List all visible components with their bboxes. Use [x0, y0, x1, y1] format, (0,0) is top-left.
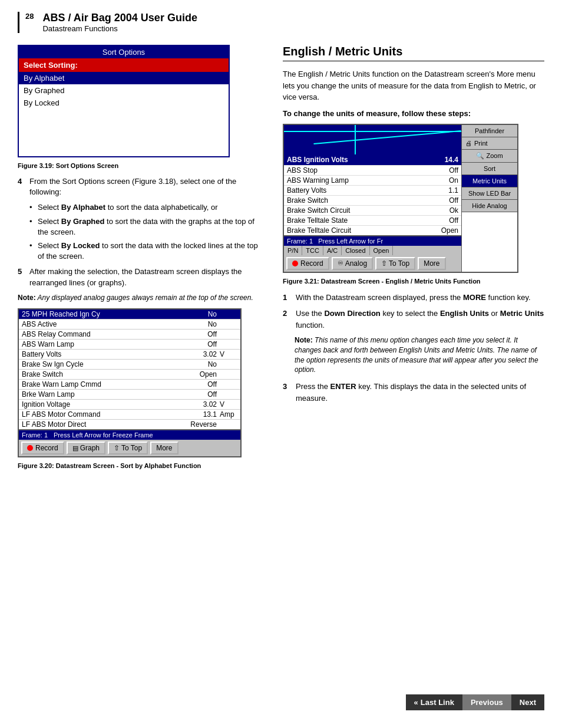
ds-321-footer: Frame: 1 Press Left Arrow for Fr: [284, 236, 461, 246]
bullet-list: • Select By Alphabet to sort the data al…: [29, 202, 265, 262]
step-right-1: 1 With the Datastream screen displayed, …: [283, 292, 544, 304]
next-label: Next: [520, 698, 536, 707]
ds-321-row-highlight: ABS Ignition Volts 14.4: [284, 154, 461, 166]
table-row: Brake Telltale StateOff: [284, 216, 461, 226]
table-row: Battery Volts 3.02 V: [19, 350, 240, 360]
step-right-3-num: 3: [283, 381, 291, 404]
step-right-2: 2 Use the Down Direction key to select t…: [283, 308, 544, 331]
print-button[interactable]: 🖨 Print: [462, 137, 517, 150]
step-4: 4 From the Sort Options screen (Figure 3…: [18, 176, 265, 197]
sort-option-graphed[interactable]: By Graphed: [19, 84, 229, 97]
section-heading: English / Metric Units: [283, 45, 544, 61]
print-icon: 🖨: [465, 140, 472, 147]
sort-options-title: Sort Options: [19, 46, 229, 58]
table-row: Brake Switch CircuitOk: [284, 206, 461, 216]
next-button[interactable]: Next: [511, 694, 544, 710]
table-row: Brake Telltale CircuitOpen: [284, 226, 461, 236]
sort-button[interactable]: Sort: [462, 163, 517, 175]
ds-321-main: ABS Ignition Volts 14.4 ABS StopOff ABS …: [284, 125, 461, 272]
previous-label: Previous: [471, 698, 503, 707]
to-top-label-321: To Top: [389, 259, 409, 268]
table-row: Brake SwitchOff: [284, 196, 461, 206]
ds-320-btn-bar: Record ▤ Graph ⇧ To Top More: [19, 440, 240, 456]
more-button[interactable]: More: [150, 442, 178, 454]
more-button-321[interactable]: More: [418, 257, 445, 270]
figure-321-caption: Figure 3.21: Datastream Screen - English…: [283, 278, 544, 285]
to-top-button[interactable]: ⇧ To Top: [108, 442, 148, 454]
last-link-button[interactable]: Last Link: [406, 694, 462, 710]
intro-text: The English / Metric Units function on t…: [283, 68, 544, 103]
step-5: 5 After making the selection, the Datast…: [18, 266, 265, 288]
step-right-1-text: With the Datastream screen displayed, pr…: [296, 292, 531, 304]
datastream-320: 25 MPH Reached Ign Cy No ABS Active No A…: [18, 308, 242, 457]
pathfinder-button[interactable]: Pathfinder: [462, 125, 517, 137]
note-1: Note: Any displayed analog gauges always…: [18, 293, 265, 303]
print-label: Print: [474, 140, 488, 147]
bullet-3: • Select By Locked to sort the data with…: [29, 241, 265, 262]
figure-320-caption: Figure 3.20: Datastream Screen - Sort by…: [18, 462, 265, 469]
tab-tcc[interactable]: TCC: [302, 246, 323, 255]
bullet-dot-3: •: [29, 241, 34, 262]
to-top-label: To Top: [121, 444, 142, 452]
graph-label: Graph: [80, 444, 100, 452]
ds-321-ign-name: ABS Ignition Volts: [287, 156, 348, 164]
ds-320-footer: Frame: 1 Press Left Arrow for Freeze Fra…: [19, 430, 240, 440]
analog-label: Analog: [345, 259, 367, 268]
step-right-3: 3 Press the ENTER key. This displays the…: [283, 381, 544, 404]
sort-option-locked[interactable]: By Locked: [19, 97, 229, 109]
table-row: Brake Switch Open: [19, 370, 240, 380]
tab-open[interactable]: Open: [370, 246, 394, 255]
tab-pn[interactable]: P/N: [284, 246, 302, 255]
sort-options-box: Sort Options Select Sorting: By Alphabet…: [18, 45, 230, 157]
step-right-1-num: 1: [283, 292, 291, 304]
bullet-dot-2: •: [29, 216, 34, 238]
sub-title: Datastream Functions: [42, 24, 197, 33]
page-header: 28 ABS / Air Bag 2004 User Guide Datastr…: [18, 12, 544, 33]
up-icon-321: ⇧: [381, 259, 387, 268]
step-4-num: 4: [18, 176, 25, 197]
tab-closed[interactable]: Closed: [342, 246, 369, 255]
graph-button[interactable]: ▤ Graph: [67, 442, 105, 454]
step-5-num: 5: [18, 266, 25, 288]
table-row: Brake Sw Ign Cycle No: [19, 360, 240, 370]
to-top-button-321[interactable]: ⇧ To Top: [375, 257, 415, 270]
record-button[interactable]: Record: [21, 442, 64, 454]
tab-ac[interactable]: A/C: [323, 246, 342, 255]
bullet-1-text: Select By Alphabet to sort the data alph…: [38, 202, 218, 213]
right-steps: 1 With the Datastream screen displayed, …: [283, 292, 544, 404]
last-link-label: Last Link: [421, 698, 454, 707]
figure-319-caption: Figure 3.19: Sort Options Screen: [18, 162, 265, 169]
ds-320-header-val: No: [181, 310, 217, 318]
sort-select-label: Select Sorting:: [19, 58, 229, 72]
left-column: Sort Options Select Sorting: By Alphabet…: [18, 45, 265, 476]
table-row: Brake Warn Lamp Cmmd Off: [19, 380, 240, 390]
more-label: More: [156, 444, 172, 452]
chevron-left-icon: [414, 698, 418, 707]
bullet-2-text: Select By Graphed to sort the data with …: [38, 216, 265, 238]
previous-button[interactable]: Previous: [462, 694, 511, 710]
hide-analog-button[interactable]: Hide Analog: [462, 200, 517, 212]
ds-320-header-unit: [220, 310, 237, 318]
table-row: ABS StopOff: [284, 166, 461, 176]
table-row: ABS Relay Command Off: [19, 330, 240, 340]
table-row: LF ABS Motor Direct Reverse: [19, 420, 240, 430]
page-number: 28: [25, 12, 34, 21]
metric-units-button[interactable]: Metric Units: [462, 175, 517, 187]
record-button-321[interactable]: Record: [286, 257, 329, 270]
steps-heading: To change the units of measure, follow t…: [283, 109, 544, 118]
analog-icon: ♾: [338, 259, 343, 267]
analog-button[interactable]: ♾ Analog: [332, 257, 373, 270]
zoom-button[interactable]: 🔍 Zoom: [462, 150, 517, 163]
ds-321-btn-bar: Record ♾ Analog ⇧ To Top More: [284, 255, 461, 272]
step-right-3-text: Press the ENTER key. This displays the d…: [296, 381, 544, 404]
sort-option-alphabet[interactable]: By Alphabet: [19, 72, 229, 84]
ds-321-tabbar: P/N TCC A/C Closed Open: [284, 246, 461, 255]
show-led-bar-button[interactable]: Show LED Bar: [462, 187, 517, 200]
record-dot-icon-321: [292, 261, 298, 266]
table-row: ABS Active No: [19, 319, 240, 330]
record-dot-icon: [27, 445, 33, 451]
ds-320-footer-text: Press Left Arrow for Freeze Frame: [54, 431, 153, 439]
right-column: English / Metric Units The English / Met…: [283, 45, 544, 476]
ds-321-sidebar: Pathfinder 🖨 Print 🔍 Zoom Sort Metric Un…: [461, 125, 517, 272]
graph-line-1: [284, 131, 461, 132]
